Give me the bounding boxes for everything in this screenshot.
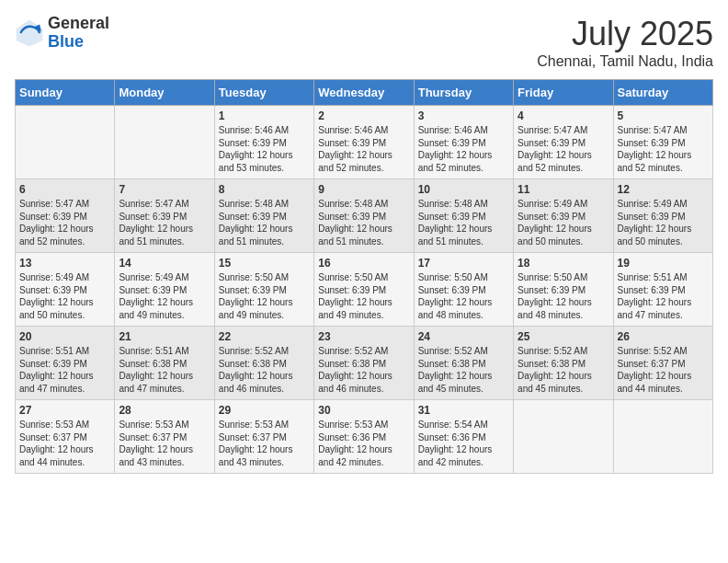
day-number: 13: [19, 257, 110, 270]
location-title: Chennai, Tamil Nadu, India: [537, 53, 713, 70]
day-number: 22: [219, 330, 310, 343]
month-title: July 2025: [537, 15, 713, 53]
day-detail: Sunrise: 5:53 AMSunset: 6:37 PMDaylight:…: [119, 419, 210, 468]
day-cell: [16, 106, 115, 179]
logo-icon: [15, 18, 44, 48]
day-number: 21: [119, 330, 210, 343]
day-number: 14: [119, 257, 210, 270]
day-cell: 14Sunrise: 5:49 AMSunset: 6:39 PMDayligh…: [115, 253, 214, 327]
day-header-wednesday: Wednesday: [314, 80, 414, 106]
day-cell: 1Sunrise: 5:46 AMSunset: 6:39 PMDaylight…: [214, 106, 313, 179]
day-number: 11: [518, 183, 609, 196]
day-cell: 31Sunrise: 5:54 AMSunset: 6:36 PMDayligh…: [414, 400, 513, 474]
day-number: 16: [318, 257, 409, 270]
day-number: 17: [418, 257, 509, 270]
day-number: 27: [19, 404, 110, 417]
day-cell: 11Sunrise: 5:49 AMSunset: 6:39 PMDayligh…: [514, 179, 613, 253]
day-number: 28: [119, 404, 210, 417]
day-cell: [115, 106, 214, 179]
day-cell: 7Sunrise: 5:47 AMSunset: 6:39 PMDaylight…: [115, 179, 214, 253]
day-detail: Sunrise: 5:48 AMSunset: 6:39 PMDaylight:…: [219, 198, 310, 247]
logo-blue-text: Blue: [48, 33, 109, 52]
day-detail: Sunrise: 5:54 AMSunset: 6:36 PMDaylight:…: [418, 419, 509, 468]
day-number: 24: [418, 330, 509, 343]
day-number: 25: [518, 330, 609, 343]
day-detail: Sunrise: 5:52 AMSunset: 6:38 PMDaylight:…: [318, 345, 409, 395]
week-row-3: 13Sunrise: 5:49 AMSunset: 6:39 PMDayligh…: [16, 253, 713, 327]
day-cell: 9Sunrise: 5:48 AMSunset: 6:39 PMDaylight…: [314, 179, 414, 253]
day-detail: Sunrise: 5:46 AMSunset: 6:39 PMDaylight:…: [418, 124, 509, 174]
day-detail: Sunrise: 5:48 AMSunset: 6:39 PMDaylight:…: [318, 198, 409, 247]
day-detail: Sunrise: 5:50 AMSunset: 6:39 PMDaylight:…: [219, 271, 310, 321]
week-row-4: 20Sunrise: 5:51 AMSunset: 6:39 PMDayligh…: [16, 327, 713, 400]
day-detail: Sunrise: 5:49 AMSunset: 6:39 PMDaylight:…: [19, 271, 110, 321]
day-detail: Sunrise: 5:51 AMSunset: 6:39 PMDaylight:…: [618, 271, 709, 321]
day-cell: 12Sunrise: 5:49 AMSunset: 6:39 PMDayligh…: [613, 179, 712, 253]
logo-text: General Blue: [48, 15, 109, 52]
day-cell: 10Sunrise: 5:48 AMSunset: 6:39 PMDayligh…: [414, 179, 513, 253]
day-detail: Sunrise: 5:50 AMSunset: 6:39 PMDaylight:…: [318, 271, 409, 321]
day-cell: 21Sunrise: 5:51 AMSunset: 6:38 PMDayligh…: [115, 327, 214, 400]
week-row-1: 1Sunrise: 5:46 AMSunset: 6:39 PMDaylight…: [16, 106, 713, 179]
day-cell: 19Sunrise: 5:51 AMSunset: 6:39 PMDayligh…: [613, 253, 712, 327]
day-number: 23: [318, 330, 409, 343]
day-detail: Sunrise: 5:53 AMSunset: 6:37 PMDaylight:…: [19, 419, 110, 468]
day-number: 12: [618, 183, 709, 196]
day-number: 1: [219, 109, 310, 122]
day-cell: 4Sunrise: 5:47 AMSunset: 6:39 PMDaylight…: [514, 106, 613, 179]
header: General Blue July 2025 Chennai, Tamil Na…: [15, 15, 713, 70]
day-cell: 8Sunrise: 5:48 AMSunset: 6:39 PMDaylight…: [214, 179, 313, 253]
day-detail: Sunrise: 5:52 AMSunset: 6:37 PMDaylight:…: [618, 345, 709, 395]
day-cell: 3Sunrise: 5:46 AMSunset: 6:39 PMDaylight…: [414, 106, 513, 179]
day-number: 7: [119, 183, 210, 196]
day-detail: Sunrise: 5:50 AMSunset: 6:39 PMDaylight:…: [518, 271, 609, 321]
logo-general-text: General: [48, 15, 109, 33]
day-cell: 5Sunrise: 5:47 AMSunset: 6:39 PMDaylight…: [613, 106, 712, 179]
day-cell: 18Sunrise: 5:50 AMSunset: 6:39 PMDayligh…: [514, 253, 613, 327]
day-detail: Sunrise: 5:47 AMSunset: 6:39 PMDaylight:…: [618, 124, 709, 174]
day-header-sunday: Sunday: [16, 80, 115, 106]
day-detail: Sunrise: 5:53 AMSunset: 6:37 PMDaylight:…: [219, 419, 310, 468]
day-detail: Sunrise: 5:47 AMSunset: 6:39 PMDaylight:…: [19, 198, 110, 247]
day-number: 4: [518, 109, 609, 122]
day-number: 9: [318, 183, 409, 196]
day-detail: Sunrise: 5:49 AMSunset: 6:39 PMDaylight:…: [518, 198, 609, 247]
day-header-monday: Monday: [115, 80, 214, 106]
day-detail: Sunrise: 5:51 AMSunset: 6:39 PMDaylight:…: [19, 345, 110, 395]
day-header-tuesday: Tuesday: [214, 80, 313, 106]
day-number: 19: [618, 257, 709, 270]
day-number: 10: [418, 183, 509, 196]
day-cell: 22Sunrise: 5:52 AMSunset: 6:38 PMDayligh…: [214, 327, 313, 400]
day-number: 18: [518, 257, 609, 270]
day-detail: Sunrise: 5:49 AMSunset: 6:39 PMDaylight:…: [119, 271, 210, 321]
day-cell: 30Sunrise: 5:53 AMSunset: 6:36 PMDayligh…: [314, 400, 414, 474]
day-cell: 28Sunrise: 5:53 AMSunset: 6:37 PMDayligh…: [115, 400, 214, 474]
day-cell: 26Sunrise: 5:52 AMSunset: 6:37 PMDayligh…: [613, 327, 712, 400]
day-detail: Sunrise: 5:52 AMSunset: 6:38 PMDaylight:…: [518, 345, 609, 395]
day-number: 20: [19, 330, 110, 343]
day-detail: Sunrise: 5:52 AMSunset: 6:38 PMDaylight:…: [418, 345, 509, 395]
day-cell: 25Sunrise: 5:52 AMSunset: 6:38 PMDayligh…: [514, 327, 613, 400]
day-cell: 2Sunrise: 5:46 AMSunset: 6:39 PMDaylight…: [314, 106, 414, 179]
day-cell: [514, 400, 613, 474]
day-cell: 13Sunrise: 5:49 AMSunset: 6:39 PMDayligh…: [16, 253, 115, 327]
day-detail: Sunrise: 5:49 AMSunset: 6:39 PMDaylight:…: [618, 198, 709, 247]
day-detail: Sunrise: 5:53 AMSunset: 6:36 PMDaylight:…: [318, 419, 409, 468]
day-detail: Sunrise: 5:47 AMSunset: 6:39 PMDaylight:…: [518, 124, 609, 174]
day-header-friday: Friday: [514, 80, 613, 106]
day-cell: 29Sunrise: 5:53 AMSunset: 6:37 PMDayligh…: [214, 400, 313, 474]
calendar-table: SundayMondayTuesdayWednesdayThursdayFrid…: [15, 79, 713, 474]
day-cell: 24Sunrise: 5:52 AMSunset: 6:38 PMDayligh…: [414, 327, 513, 400]
day-number: 29: [219, 404, 310, 417]
title-area: July 2025 Chennai, Tamil Nadu, India: [537, 15, 713, 70]
day-header-thursday: Thursday: [414, 80, 513, 106]
day-cell: 15Sunrise: 5:50 AMSunset: 6:39 PMDayligh…: [214, 253, 313, 327]
day-cell: 17Sunrise: 5:50 AMSunset: 6:39 PMDayligh…: [414, 253, 513, 327]
day-cell: 23Sunrise: 5:52 AMSunset: 6:38 PMDayligh…: [314, 327, 414, 400]
day-number: 3: [418, 109, 509, 122]
logo: General Blue: [15, 15, 109, 52]
day-number: 8: [219, 183, 310, 196]
day-cell: 16Sunrise: 5:50 AMSunset: 6:39 PMDayligh…: [314, 253, 414, 327]
day-detail: Sunrise: 5:52 AMSunset: 6:38 PMDaylight:…: [219, 345, 310, 395]
week-row-5: 27Sunrise: 5:53 AMSunset: 6:37 PMDayligh…: [16, 400, 713, 474]
